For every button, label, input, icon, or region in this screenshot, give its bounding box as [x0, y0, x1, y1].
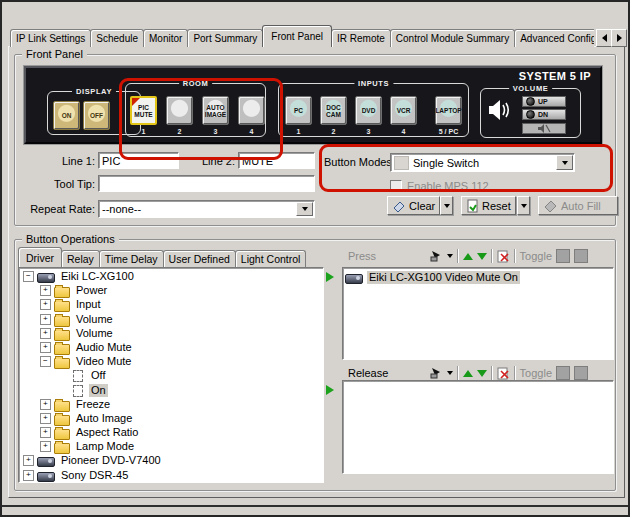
- move-up-icon[interactable]: [463, 370, 473, 377]
- repeat-rate-select[interactable]: --none--: [98, 200, 315, 218]
- tooltip-input[interactable]: [98, 175, 315, 192]
- move-down-icon[interactable]: [477, 370, 487, 377]
- expand-icon[interactable]: +: [40, 285, 51, 296]
- insert-dropdown-icon[interactable]: [447, 371, 453, 378]
- expand-icon[interactable]: +: [40, 427, 51, 438]
- panel-button-vcr[interactable]: VCR: [390, 96, 417, 125]
- clear-button[interactable]: Clear: [387, 196, 440, 215]
- volume-up-button[interactable]: UP: [522, 96, 566, 107]
- button-number: 2: [332, 128, 336, 135]
- tab-scroll-right-button[interactable]: [611, 29, 627, 47]
- dropdown-button[interactable]: [296, 202, 313, 216]
- expand-icon[interactable]: +: [40, 399, 51, 410]
- tree-item-pioneer-dvd-v7400[interactable]: +Pioneer DVD-V7400: [21, 454, 323, 468]
- expand-icon[interactable]: +: [40, 328, 51, 339]
- panel-button-off[interactable]: OFF: [83, 101, 110, 130]
- tree-item-power[interactable]: +Power: [21, 284, 323, 298]
- display-buttons: ONOFF: [53, 101, 110, 130]
- expand-icon[interactable]: +: [23, 455, 34, 466]
- expand-icon[interactable]: +: [40, 413, 51, 424]
- tree-item-video-mute[interactable]: −Video Mute: [21, 355, 323, 369]
- tab-scroll-left-button[interactable]: [596, 29, 612, 47]
- expand-icon[interactable]: +: [40, 299, 51, 310]
- move-down-icon[interactable]: [477, 253, 487, 260]
- tree-item-freeze[interactable]: +Freeze: [21, 398, 323, 412]
- tree-item-off[interactable]: Off: [21, 369, 323, 383]
- expand-icon[interactable]: +: [40, 342, 51, 353]
- insert-operation-icon[interactable]: [429, 367, 443, 379]
- expand-icon[interactable]: +: [40, 314, 51, 325]
- tree-item-label: Lamp Mode: [74, 440, 136, 453]
- move-up-icon[interactable]: [463, 253, 473, 260]
- tree-item-eiki-lc-xg100[interactable]: −Eiki LC-XG100: [21, 270, 323, 284]
- panel-button-blank-4[interactable]: [238, 96, 265, 125]
- panel-button-laptop[interactable]: LAPTOP: [435, 96, 462, 125]
- tree-item-volume[interactable]: +Volume: [21, 327, 323, 341]
- tree-item-input[interactable]: +Input: [21, 298, 323, 312]
- panel-button-on[interactable]: ON: [53, 101, 80, 130]
- panel-button-blank-2[interactable]: [166, 96, 193, 125]
- tab-ir-remote[interactable]: IR Remote: [331, 29, 391, 47]
- toggle-square-2[interactable]: [574, 366, 588, 380]
- volume-mute-button[interactable]: [522, 123, 566, 134]
- tab-control-module-summary[interactable]: Control Module Summary: [390, 29, 515, 47]
- tab-ip-link-settings[interactable]: IP Link Settings: [10, 29, 91, 47]
- panel-button-auto-image[interactable]: AUTOIMAGE: [202, 96, 229, 125]
- reset-dropdown-button[interactable]: [517, 196, 530, 215]
- operations-tab-relay[interactable]: Relay: [61, 250, 100, 267]
- tree-item-audio-mute[interactable]: +Audio Mute: [21, 341, 323, 355]
- tab-port-summary[interactable]: Port Summary: [187, 29, 263, 47]
- tree-item-auto-image[interactable]: +Auto Image: [21, 412, 323, 426]
- tab-monitor[interactable]: Monitor: [143, 29, 188, 47]
- collapse-icon[interactable]: −: [40, 356, 51, 367]
- dropdown-button[interactable]: [556, 155, 573, 170]
- tab-front-panel[interactable]: Front Panel: [262, 25, 332, 47]
- collapse-icon[interactable]: −: [23, 271, 34, 282]
- volume-down-button[interactable]: DN: [522, 109, 566, 120]
- expand-icon[interactable]: +: [23, 470, 34, 481]
- chevron-down-icon: [562, 161, 568, 168]
- toggle-square-1[interactable]: [556, 366, 570, 380]
- operations-tab-light-control[interactable]: Light Control: [235, 250, 307, 267]
- auto-fill-button[interactable]: Auto Fill: [538, 196, 618, 215]
- tree-item-sony-dsr-45[interactable]: +Sony DSR-45: [21, 469, 323, 483]
- tab-schedule[interactable]: Schedule: [90, 29, 144, 47]
- chevron-down-icon: [444, 204, 450, 211]
- line2-input[interactable]: [238, 152, 315, 169]
- tree-item-lamp-mode[interactable]: +Lamp Mode: [21, 440, 323, 454]
- device-icon: [37, 457, 55, 467]
- operations-tab-time-delay[interactable]: Time Delay: [99, 250, 164, 267]
- operations-tab-user-defined[interactable]: User Defined: [163, 250, 236, 267]
- device-tree-box: −Eiki LC-XG100+Power+Input+Volume+Volume…: [18, 267, 324, 483]
- delete-operation-icon[interactable]: [497, 250, 510, 263]
- tab-advanced-configuration[interactable]: Advanced Configuration: [514, 29, 594, 47]
- insert-operation-icon[interactable]: [429, 250, 443, 262]
- panel-button-doc-cam[interactable]: DOCCAM: [320, 96, 347, 125]
- expand-icon[interactable]: +: [40, 441, 51, 452]
- front-panel-group: Front Panel SYSTEM 5 IP DISPLAY ONOFF RO…: [14, 54, 616, 226]
- press-arrow-icon: [326, 272, 334, 282]
- clear-dropdown-button[interactable]: [440, 196, 453, 215]
- enable-mps-label: Enable MPS 112: [407, 180, 489, 192]
- press-operation-item[interactable]: Eiki LC-XG100 Video Mute On: [345, 270, 613, 284]
- tree-item-aspect-ratio[interactable]: +Aspect Ratio: [21, 426, 323, 440]
- toggle-square-1[interactable]: [556, 249, 570, 263]
- button-modes-select[interactable]: Single Switch: [390, 153, 575, 172]
- panel-button-pic-mute[interactable]: PICMUTE: [130, 96, 157, 125]
- press-operations-list[interactable]: Eiki LC-XG100 Video Mute On: [342, 267, 614, 360]
- line2-label: Line 2:: [165, 155, 235, 167]
- folder-icon: [54, 301, 70, 312]
- release-operations-list[interactable]: [342, 380, 614, 474]
- tree-item-on[interactable]: On: [21, 384, 323, 398]
- operations-tab-driver[interactable]: Driver: [18, 247, 62, 267]
- panel-button-pc[interactable]: PC: [285, 96, 312, 125]
- delete-operation-icon[interactable]: [497, 367, 510, 380]
- tree-item-volume[interactable]: +Volume: [21, 313, 323, 327]
- button-modes-value: Single Switch: [413, 157, 479, 169]
- panel-button-dvd[interactable]: DVD: [355, 96, 382, 125]
- reset-button[interactable]: Reset: [461, 196, 516, 215]
- insert-dropdown-icon[interactable]: [447, 254, 453, 261]
- enable-mps-checkbox[interactable]: [390, 180, 402, 192]
- folder-icon: [54, 287, 70, 298]
- toggle-square-2[interactable]: [574, 249, 588, 263]
